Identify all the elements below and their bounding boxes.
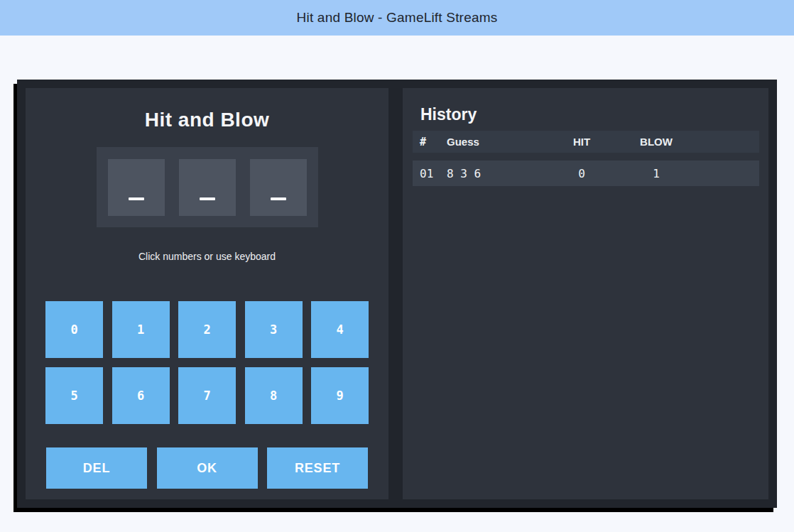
key-2[interactable]: 2	[178, 301, 236, 358]
input-hint: Click numbers or use keyboard	[138, 251, 276, 262]
slot-placeholder: _	[271, 197, 286, 200]
key-1[interactable]: 1	[112, 301, 170, 358]
history-header-row: # Guess HIT BLOW	[413, 131, 759, 153]
action-buttons: DEL OK RESET	[46, 447, 368, 489]
history-table: # Guess HIT BLOW 01 8 3 6 0 1	[413, 131, 759, 186]
col-header-blow: BLOW	[617, 136, 695, 148]
guess-slot-1: _	[108, 159, 165, 216]
app-header: Hit and Blow - GameLift Streams	[0, 0, 794, 36]
game-panel: Hit and Blow _ _ _ Click numbers or use …	[26, 88, 388, 499]
delete-button[interactable]: DEL	[46, 447, 147, 489]
key-3[interactable]: 3	[245, 301, 303, 358]
key-6[interactable]: 6	[112, 367, 170, 424]
number-keypad: 0 1 2 3 4 5 6 7 8 9	[45, 301, 369, 424]
guess-slots: _ _ _	[97, 147, 318, 227]
game-container: Hit and Blow _ _ _ Click numbers or use …	[17, 80, 777, 508]
col-header-guess: Guess	[440, 136, 546, 148]
key-0[interactable]: 0	[45, 301, 103, 358]
keypad-row-2: 5 6 7 8 9	[45, 367, 369, 424]
history-panel: History # Guess HIT BLOW 01 8 3 6 0 1	[403, 88, 768, 499]
key-9[interactable]: 9	[311, 367, 369, 424]
key-8[interactable]: 8	[245, 367, 303, 424]
cell-blow: 1	[617, 167, 695, 180]
key-4[interactable]: 4	[311, 301, 369, 358]
col-header-hit: HIT	[546, 136, 617, 148]
reset-button[interactable]: RESET	[267, 447, 368, 489]
guess-slot-3: _	[250, 159, 307, 216]
col-header-num: #	[413, 136, 440, 148]
keypad-row-1: 0 1 2 3 4	[45, 301, 369, 358]
ok-button[interactable]: OK	[157, 447, 258, 489]
key-7[interactable]: 7	[178, 367, 236, 424]
game-title: Hit and Blow	[145, 108, 270, 132]
guess-slot-2: _	[179, 159, 236, 216]
slot-placeholder: _	[200, 197, 215, 200]
slot-placeholder: _	[129, 197, 144, 200]
history-row: 01 8 3 6 0 1	[413, 161, 759, 186]
cell-num: 01	[413, 167, 440, 180]
cell-hit: 0	[546, 167, 617, 180]
app-title: Hit and Blow - GameLift Streams	[297, 10, 498, 26]
cell-guess: 8 3 6	[440, 167, 546, 180]
history-title: History	[420, 104, 759, 125]
key-5[interactable]: 5	[45, 367, 103, 424]
